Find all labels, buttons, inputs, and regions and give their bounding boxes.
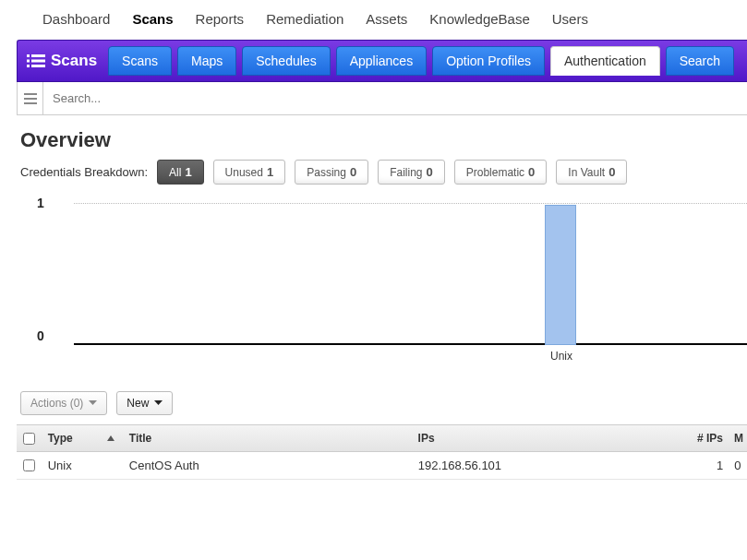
chart-ytick-1: 1 bbox=[37, 196, 44, 210]
subtab-search[interactable]: Search bbox=[666, 46, 734, 76]
svg-rect-3 bbox=[31, 60, 45, 63]
breakdown-label: Credentials Breakdown: bbox=[20, 165, 148, 179]
svg-rect-7 bbox=[24, 98, 37, 100]
chevron-down-icon bbox=[154, 400, 163, 406]
subtab-authentication[interactable]: Authentication bbox=[550, 46, 660, 76]
row-m: 0 bbox=[729, 459, 747, 472]
row-type: Unix bbox=[42, 459, 124, 472]
actions-dropdown[interactable]: Actions (0) bbox=[20, 391, 107, 415]
topnav-knowledgebase[interactable]: KnowledgeBase bbox=[418, 7, 540, 30]
col-type[interactable]: Type bbox=[42, 432, 124, 445]
svg-rect-1 bbox=[31, 54, 45, 57]
filter-passing[interactable]: Passing0 bbox=[295, 160, 368, 185]
row-checkbox[interactable] bbox=[23, 459, 35, 471]
list-icon bbox=[27, 54, 45, 68]
svg-rect-2 bbox=[27, 60, 30, 63]
subtab-option-profiles[interactable]: Option Profiles bbox=[432, 46, 545, 76]
table-row[interactable]: Unix CentOS Auth 192.168.56.101 1 0 bbox=[17, 452, 747, 480]
chevron-down-icon bbox=[89, 400, 97, 406]
filter-all[interactable]: All1 bbox=[157, 160, 204, 185]
row-ips: 192.168.56.101 bbox=[413, 459, 683, 472]
topnav-users[interactable]: Users bbox=[541, 7, 599, 30]
chart-ytick-0: 0 bbox=[37, 328, 44, 343]
credentials-chart: 1 0 Unix bbox=[37, 197, 747, 373]
topnav-assets[interactable]: Assets bbox=[355, 7, 418, 30]
subtab-schedules[interactable]: Schedules bbox=[242, 46, 330, 76]
svg-rect-5 bbox=[31, 65, 45, 67]
search-bar bbox=[17, 82, 747, 115]
page-title: Overview bbox=[20, 128, 747, 152]
filter-failing[interactable]: Failing0 bbox=[378, 160, 445, 185]
row-title: CentOS Auth bbox=[124, 459, 413, 472]
chart-xlabel-unix: Unix bbox=[550, 350, 572, 363]
row-nips: 1 bbox=[683, 459, 729, 472]
svg-rect-4 bbox=[27, 65, 30, 67]
new-dropdown[interactable]: New bbox=[116, 391, 173, 415]
credentials-filter-row: Credentials Breakdown: All1 Unused1 Pass… bbox=[20, 160, 747, 185]
top-nav: Dashboard Scans Reports Remediation Asse… bbox=[0, 0, 747, 40]
svg-rect-6 bbox=[24, 93, 37, 95]
subtab-maps[interactable]: Maps bbox=[177, 46, 236, 76]
filter-problematic[interactable]: Problematic0 bbox=[454, 160, 548, 185]
search-menu-button[interactable] bbox=[18, 82, 43, 114]
topnav-scans[interactable]: Scans bbox=[121, 7, 184, 30]
table-header: Type Title IPs # IPs M bbox=[17, 424, 747, 452]
scans-brand: Scans bbox=[27, 52, 102, 70]
col-title[interactable]: Title bbox=[124, 432, 413, 445]
col-nips[interactable]: # IPs bbox=[683, 432, 729, 445]
subtab-appliances[interactable]: Appliances bbox=[336, 46, 428, 76]
svg-rect-0 bbox=[27, 54, 30, 57]
scans-subnav: Scans Scans Maps Schedules Appliances Op… bbox=[17, 40, 747, 82]
svg-rect-8 bbox=[24, 102, 37, 104]
topnav-dashboard[interactable]: Dashboard bbox=[31, 7, 121, 30]
subtab-scans[interactable]: Scans bbox=[108, 46, 172, 76]
sort-asc-icon bbox=[107, 435, 114, 441]
col-ips[interactable]: IPs bbox=[413, 432, 683, 445]
hamburger-icon bbox=[24, 93, 37, 104]
filter-unused[interactable]: Unused1 bbox=[213, 160, 286, 185]
col-m[interactable]: M bbox=[729, 432, 747, 445]
topnav-remediation[interactable]: Remediation bbox=[255, 7, 355, 30]
filter-invault[interactable]: In Vault0 bbox=[556, 160, 627, 185]
chart-bar-unix[interactable] bbox=[545, 205, 576, 345]
credentials-table: Type Title IPs # IPs M Unix CentOS Auth … bbox=[17, 424, 747, 480]
select-all-checkbox[interactable] bbox=[23, 433, 35, 445]
table-actions: Actions (0) New bbox=[20, 391, 747, 415]
search-input[interactable] bbox=[43, 82, 747, 114]
topnav-reports[interactable]: Reports bbox=[185, 7, 256, 30]
